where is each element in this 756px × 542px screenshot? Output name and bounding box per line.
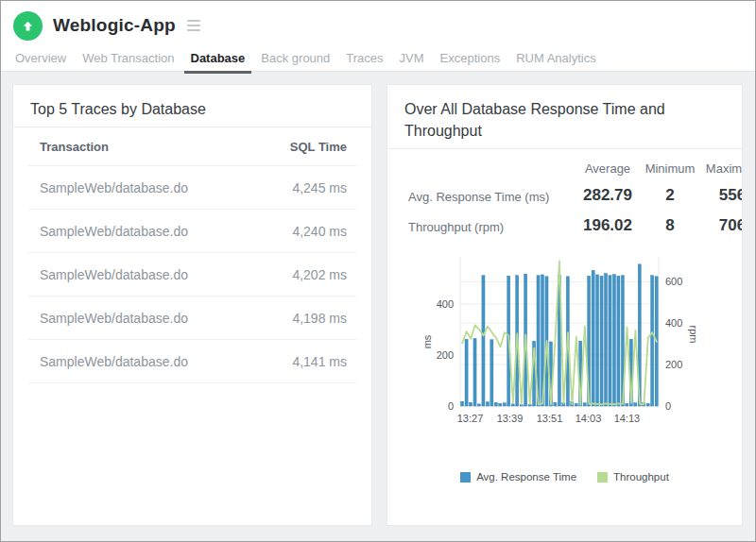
stats-maximum-value: 556 — [701, 186, 743, 205]
sql-time-cell: 4,198 ms — [292, 311, 347, 326]
svg-text:13:27: 13:27 — [457, 413, 484, 424]
stats-row-label: Throughput (rpm) — [387, 218, 576, 237]
svg-text:400: 400 — [437, 298, 454, 310]
legend-item-throughput[interactable]: Throughput — [597, 471, 669, 483]
app-window: Weblogic-App OverviewWeb TransactionData… — [0, 0, 756, 542]
divider — [387, 148, 742, 149]
chart-legend: Avg. Response TimeThroughput — [387, 471, 742, 483]
stats-maximum-value: 706 — [701, 216, 743, 235]
sql-time-cell: 4,240 ms — [292, 224, 347, 239]
legend-item-avg-response-time[interactable]: Avg. Response Time — [460, 471, 576, 483]
transaction-cell: SampleWeb/database.do — [40, 180, 188, 195]
stats-body: Avg. Response Time (ms)282.792556Through… — [387, 188, 743, 236]
hamburger-menu-icon[interactable] — [184, 17, 203, 34]
svg-text:14:13: 14:13 — [614, 413, 641, 424]
transaction-cell: SampleWeb/database.do — [40, 354, 188, 369]
tab-exceptions[interactable]: Exceptions — [439, 45, 502, 74]
stats-average-value: 282.79 — [576, 186, 639, 205]
stats-column-maximum: Maximum — [701, 161, 743, 176]
divider — [28, 382, 356, 383]
svg-text:200: 200 — [665, 359, 682, 370]
table-row[interactable]: SampleWeb/database.do4,141 ms — [13, 340, 371, 382]
stats-column-average: Average — [576, 161, 639, 176]
stats-column-minimum: Minimum — [639, 161, 701, 176]
svg-text:200: 200 — [437, 349, 454, 361]
svg-text:0: 0 — [448, 400, 454, 412]
tab-jvm[interactable]: JVM — [399, 45, 425, 74]
response-throughput-chart[interactable]: 0200400020040060013:2713:3913:5114:0314:… — [404, 247, 726, 436]
content-area: Top 5 Traces by Database Transaction SQL… — [1, 72, 755, 541]
table-row[interactable]: SampleWeb/database.do4,198 ms — [13, 296, 371, 339]
tab-back-ground[interactable]: Back ground — [260, 45, 331, 74]
stats-row: Throughput (rpm)196.028706 — [387, 218, 743, 237]
db-chart-title: Over All Database Response Time and Thro… — [387, 85, 742, 142]
stats-table: AverageMinimumMaximum Avg. Response Time… — [387, 161, 743, 236]
tab-database[interactable]: Database — [190, 45, 247, 74]
db-response-throughput-panel: Over All Database Response Time and Thro… — [387, 84, 743, 526]
stats-header-row: AverageMinimumMaximum — [387, 161, 743, 176]
column-header-transaction: Transaction — [40, 140, 109, 154]
svg-text:0: 0 — [665, 400, 671, 412]
stats-minimum-value: 2 — [639, 186, 701, 205]
tab-bar: OverviewWeb TransactionDatabaseBack grou… — [14, 45, 755, 74]
sql-time-cell: 4,245 ms — [292, 180, 347, 195]
svg-text:14:03: 14:03 — [576, 413, 602, 424]
stats-minimum-value: 8 — [639, 216, 701, 235]
app-status-icon — [13, 11, 43, 41]
traces-table-body: SampleWeb/database.do4,245 msSampleWeb/d… — [13, 166, 371, 383]
table-row[interactable]: SampleWeb/database.do4,202 ms — [13, 253, 371, 296]
traces-table-header: Transaction SQL Time — [13, 127, 371, 165]
right-axis-title: rpm — [688, 326, 699, 344]
transaction-cell: SampleWeb/database.do — [40, 224, 188, 239]
column-header-sql-time: SQL Time — [290, 140, 347, 154]
svg-text:400: 400 — [665, 317, 682, 329]
legend-label: Throughput — [613, 471, 669, 483]
svg-text:13:39: 13:39 — [497, 413, 524, 424]
top-traces-title: Top 5 Traces by Database — [13, 85, 371, 120]
app-title-row: Weblogic-App — [1, 1, 755, 41]
legend-label: Avg. Response Time — [476, 471, 576, 483]
svg-text:13:51: 13:51 — [537, 413, 563, 424]
sql-time-cell: 4,141 ms — [292, 354, 347, 369]
tab-web-transaction[interactable]: Web Transaction — [81, 45, 175, 74]
table-row[interactable]: SampleWeb/database.do4,240 ms — [13, 210, 371, 252]
stats-row-label: Avg. Response Time (ms) — [387, 188, 576, 207]
legend-swatch — [460, 472, 471, 483]
transaction-cell: SampleWeb/database.do — [40, 311, 188, 326]
app-title: Weblogic-App — [53, 15, 176, 36]
tab-traces[interactable]: Traces — [345, 45, 384, 74]
top-traces-panel: Top 5 Traces by Database Transaction SQL… — [12, 84, 372, 526]
legend-swatch — [597, 472, 608, 483]
app-header: Weblogic-App OverviewWeb TransactionData… — [1, 1, 755, 72]
tab-overview[interactable]: Overview — [14, 45, 67, 74]
svg-text:600: 600 — [665, 276, 682, 287]
stats-row: Avg. Response Time (ms)282.792556 — [387, 188, 743, 207]
stats-average-value: 196.02 — [576, 216, 639, 235]
stats-header-spacer — [387, 161, 576, 176]
arrow-up-icon — [21, 19, 35, 33]
tab-rum-analytics[interactable]: RUM Analytics — [515, 45, 597, 74]
left-axis-title: ms — [421, 334, 433, 348]
sql-time-cell: 4,202 ms — [292, 267, 347, 282]
table-row[interactable]: SampleWeb/database.do4,245 ms — [13, 166, 371, 209]
transaction-cell: SampleWeb/database.do — [40, 267, 188, 282]
